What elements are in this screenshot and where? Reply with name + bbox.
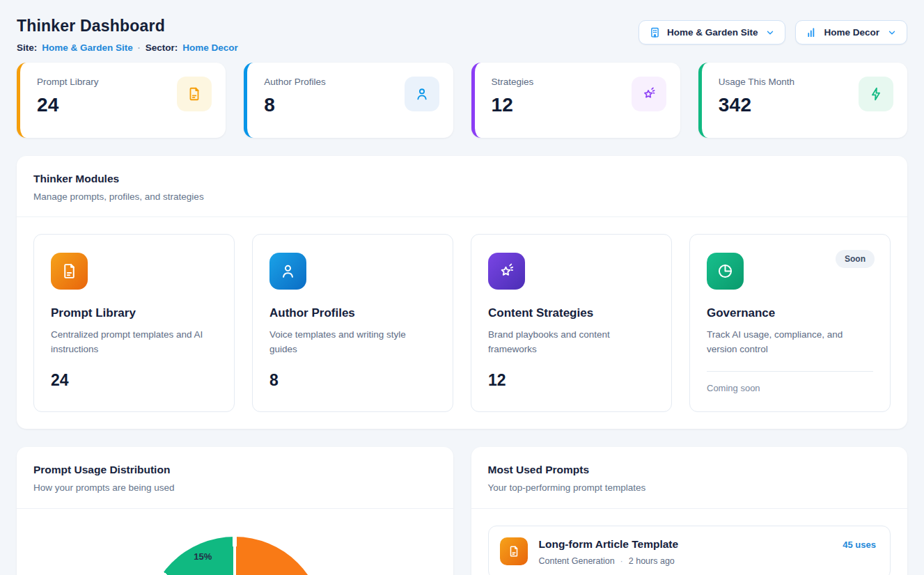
sector-selector-label: Home Decor <box>824 27 879 38</box>
page-header: Thinker Dashboard Site: Home & Garden Si… <box>17 14 907 53</box>
prompt-item-category: Content Generation <box>539 556 615 566</box>
stat-value: 8 <box>264 94 326 116</box>
prompt-item-time: 2 hours ago <box>629 556 675 566</box>
sector-link[interactable]: Home Decor <box>182 42 238 53</box>
soon-badge: Soon <box>836 250 875 268</box>
site-selector-label: Home & Garden Site <box>667 27 758 38</box>
site-label: Site: <box>17 42 37 53</box>
usage-distribution-card: Prompt Usage Distribution How your promp… <box>17 447 453 575</box>
usage-card-subtitle: How your prompts are being used <box>33 482 437 493</box>
prompts-card-header: Most Used Prompts Your top-performing pr… <box>471 447 908 509</box>
stat-card-author-profiles: Author Profiles 8 <box>244 63 453 138</box>
module-card-prompt-library[interactable]: Prompt Library Centralized prompt templa… <box>33 234 235 412</box>
usage-donut-chart: 15% <box>146 537 324 575</box>
stat-label: Author Profiles <box>264 77 326 87</box>
prompts-card-title: Most Used Prompts <box>488 464 891 476</box>
modules-panel-header: Thinker Modules Manage prompts, profiles… <box>17 156 907 217</box>
stat-label: Strategies <box>492 77 534 87</box>
prompt-list-item[interactable]: Long-form Article Template Content Gener… <box>488 526 891 575</box>
prompt-item-meta: Content Generation · 2 hours ago <box>539 556 832 566</box>
module-count: 8 <box>269 371 436 390</box>
sector-selector-dropdown[interactable]: Home Decor <box>795 20 907 45</box>
coming-soon-text: Coming soon <box>707 383 873 393</box>
module-count: 24 <box>51 371 217 390</box>
pie-chart-icon <box>707 253 744 290</box>
dashboard-page: Thinker Dashboard Site: Home & Garden Si… <box>0 0 924 575</box>
modules-panel: Thinker Modules Manage prompts, profiles… <box>17 156 907 429</box>
user-icon <box>269 253 306 290</box>
magic-star-icon <box>632 77 666 111</box>
module-count: 12 <box>488 371 655 390</box>
module-title: Prompt Library <box>51 306 217 320</box>
module-description: Centralized prompt templates and AI inst… <box>51 328 217 357</box>
module-title: Governance <box>707 306 873 320</box>
module-divider <box>707 371 873 372</box>
modules-panel-title: Thinker Modules <box>33 173 891 185</box>
module-title: Author Profiles <box>269 306 436 320</box>
prompts-card-subtitle: Your top-performing prompt templates <box>488 482 891 493</box>
chevron-down-icon <box>887 28 897 38</box>
header-controls: Home & Garden Site Home Decor <box>639 20 907 45</box>
module-description: Track AI usage, compliance, and version … <box>707 328 873 357</box>
module-description: Voice templates and writing style guides <box>269 328 436 357</box>
modules-grid: Prompt Library Centralized prompt templa… <box>17 217 907 429</box>
stat-value: 12 <box>492 94 534 116</box>
module-card-author-profiles[interactable]: Author Profiles Voice templates and writ… <box>252 234 453 412</box>
module-card-governance[interactable]: Soon Governance Track AI usage, complian… <box>689 234 891 412</box>
stat-text: Author Profiles 8 <box>264 77 326 116</box>
dot-separator: · <box>620 556 623 566</box>
site-selector-dropdown[interactable]: Home & Garden Site <box>639 20 786 45</box>
usage-card-header: Prompt Usage Distribution How your promp… <box>17 447 453 509</box>
page-header-left: Thinker Dashboard Site: Home & Garden Si… <box>17 14 238 53</box>
document-icon <box>500 537 528 565</box>
most-used-prompts-card: Most Used Prompts Your top-performing pr… <box>471 447 908 575</box>
stat-card-prompt-library: Prompt Library 24 <box>17 63 226 138</box>
usage-card-title: Prompt Usage Distribution <box>33 464 437 476</box>
prompt-item-title: Long-form Article Template <box>539 538 832 551</box>
site-link[interactable]: Home & Garden Site <box>42 42 133 53</box>
module-card-content-strategies[interactable]: Content Strategies Brand playbooks and c… <box>471 234 672 412</box>
chevron-down-icon <box>765 28 775 38</box>
stat-card-usage: Usage This Month 342 <box>698 63 907 138</box>
stat-value: 342 <box>719 94 794 116</box>
document-icon <box>51 253 88 290</box>
magic-star-icon <box>488 253 525 290</box>
module-title: Content Strategies <box>488 306 655 320</box>
stats-row: Prompt Library 24 Author Profiles 8 <box>17 63 907 138</box>
bar-chart-icon <box>806 26 817 38</box>
lightning-icon <box>859 77 893 111</box>
bottom-row: Prompt Usage Distribution How your promp… <box>17 447 907 575</box>
modules-panel-subtitle: Manage prompts, profiles, and strategies <box>33 191 891 202</box>
sector-label: Sector: <box>146 42 178 53</box>
stat-text: Prompt Library 24 <box>37 77 99 116</box>
prompt-item-body: Long-form Article Template Content Gener… <box>539 537 832 566</box>
breadcrumb: Site: Home & Garden Site · Sector: Home … <box>17 42 238 53</box>
user-icon <box>405 77 439 111</box>
stat-text: Strategies 12 <box>492 77 534 116</box>
stat-card-strategies: Strategies 12 <box>471 63 680 138</box>
prompts-list: Long-form Article Template Content Gener… <box>471 509 908 575</box>
module-description: Brand playbooks and content frameworks <box>488 328 655 357</box>
prompt-item-uses-badge: 45 uses <box>843 537 876 550</box>
chart-area: 15% <box>17 509 453 575</box>
stat-text: Usage This Month 342 <box>719 77 794 116</box>
stat-label: Usage This Month <box>719 77 794 87</box>
stat-value: 24 <box>37 94 99 116</box>
building-icon <box>649 26 661 38</box>
document-icon <box>177 77 212 111</box>
dot-separator: · <box>138 43 141 53</box>
page-title: Thinker Dashboard <box>17 17 238 36</box>
stat-label: Prompt Library <box>37 77 99 87</box>
donut-segment-label: 15% <box>194 551 212 562</box>
